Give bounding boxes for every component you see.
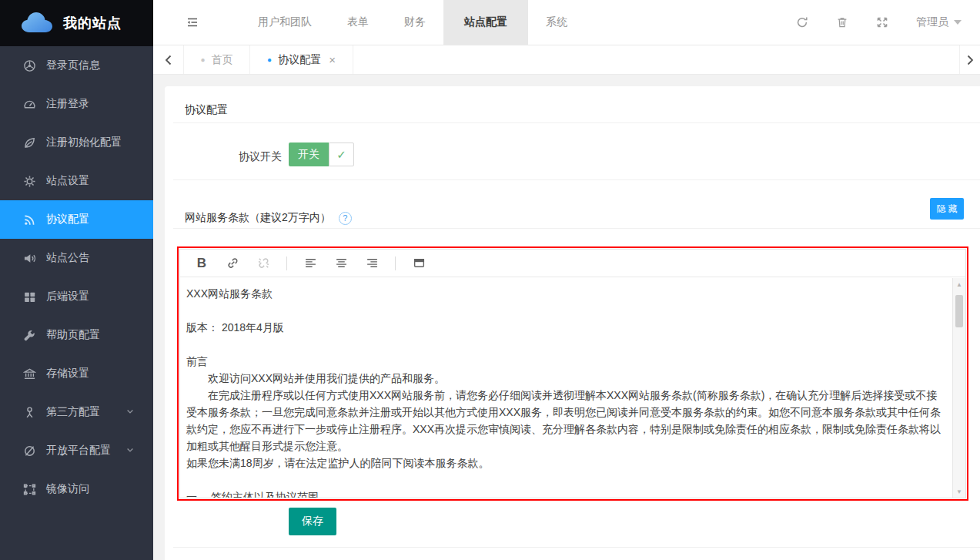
agreement-toggle[interactable]: 开关 ✓ xyxy=(289,143,354,166)
divider xyxy=(173,122,980,123)
logo[interactable]: 我的站点 xyxy=(0,0,153,46)
tab-dot-icon: ● xyxy=(200,56,205,64)
selection-frame-icon xyxy=(23,483,36,496)
sidebar-item-open-platform-config[interactable]: 开放平台配置 xyxy=(0,431,153,470)
user-name: 管理员 xyxy=(916,15,948,29)
align-right-button[interactable] xyxy=(356,253,387,273)
bank-icon xyxy=(23,367,36,381)
switch-label: 协议开关 xyxy=(239,150,282,164)
align-center-button[interactable] xyxy=(326,253,356,273)
editor-line xyxy=(186,302,948,319)
annotation-highlight-box: B XXX网站服务条款 版本： 2018年4月版 xyxy=(177,246,968,501)
help-question-icon[interactable]: ? xyxy=(339,212,352,225)
fullscreen-editor-button[interactable] xyxy=(403,253,434,273)
sidebar-item-backend-settings[interactable]: 后端设置 xyxy=(0,277,153,316)
top-navbar: 用户和团队 表单 财务 站点配置 系统 管理员 xyxy=(153,0,980,45)
scroll-down-icon[interactable]: ▼ xyxy=(953,485,965,498)
chevron-down-icon xyxy=(125,444,135,457)
editor-toolbar: B xyxy=(180,250,965,277)
sidebar-item-login-page-info[interactable]: 登录页信息 xyxy=(0,46,153,85)
editor-line: XXX网站服务条款 xyxy=(186,285,948,302)
pen-leaf-icon xyxy=(23,136,36,149)
sidebar-item-label: 帮助页配置 xyxy=(46,328,100,342)
divider xyxy=(173,228,980,229)
refresh-icon[interactable] xyxy=(796,16,808,29)
sidebar-item-register-init-config[interactable]: 注册初始化配置 xyxy=(0,123,153,162)
toolbar-separator xyxy=(395,257,396,270)
sidebar-item-label: 登录页信息 xyxy=(46,59,100,72)
sidebar-item-third-party-config[interactable]: 第三方配置 xyxy=(0,393,153,431)
rich-text-editor: B XXX网站服务条款 版本： 2018年4月版 xyxy=(179,249,966,498)
speaker-icon xyxy=(23,252,36,265)
sidebar-item-label: 站点公告 xyxy=(46,251,89,265)
tab-label: 首页 xyxy=(212,53,233,67)
nav-item-forms[interactable]: 表单 xyxy=(329,0,386,45)
sidebar-item-site-settings[interactable]: 站点设置 xyxy=(0,162,153,200)
collapse-sidebar-icon[interactable] xyxy=(186,16,199,29)
editor-line xyxy=(186,336,948,353)
editor-content[interactable]: XXX网站服务条款 版本： 2018年4月版 前言 欢迎访问XXX网站并使用我们… xyxy=(180,278,952,498)
gear-icon xyxy=(23,175,36,188)
login-page-info-icon xyxy=(23,59,36,72)
scrollbar-thumb[interactable] xyxy=(955,295,963,327)
sidebar-item-register-login[interactable]: 注册登录 xyxy=(0,85,153,123)
tab-agreement-config[interactable]: ● 协议配置 × xyxy=(250,45,353,74)
sidebar-item-label: 协议配置 xyxy=(46,213,89,226)
tab-home[interactable]: ● 首页 xyxy=(184,45,250,74)
editor-line: 前言 xyxy=(186,353,948,370)
gauge-icon xyxy=(23,98,36,111)
editor-line: 在完成注册程序或以任何方式使用XXX网站服务前，请您务必仔细阅读并透彻理解本XX… xyxy=(186,387,948,454)
page-title: 协议配置 xyxy=(185,103,228,117)
rss-icon xyxy=(23,213,36,226)
tabs-scroll-left[interactable] xyxy=(153,45,184,74)
terms-section-label: 网站服务条款（建议2万字内） ? xyxy=(185,211,352,225)
app-title: 我的站点 xyxy=(63,14,122,32)
sidebar-item-help-page-config[interactable]: 帮助页配置 xyxy=(0,316,153,354)
save-button[interactable]: 保存 xyxy=(289,508,336,535)
nav-item-finance[interactable]: 财务 xyxy=(386,0,443,45)
chevron-down-icon xyxy=(125,406,135,418)
check-icon: ✓ xyxy=(329,143,354,166)
sidebar-item-mirror-access[interactable]: 镜像访问 xyxy=(0,470,153,508)
sidebar-item-label: 第三方配置 xyxy=(46,405,100,419)
sidebar-item-label: 站点设置 xyxy=(46,174,89,188)
scroll-up-icon[interactable]: ▲ xyxy=(953,278,965,290)
nav-item-site-config[interactable]: 站点配置 xyxy=(443,0,528,45)
nav-right-tools: 管理员 xyxy=(796,0,980,45)
link-button[interactable] xyxy=(217,253,248,273)
bold-button[interactable]: B xyxy=(186,253,217,273)
tab-label: 协议配置 xyxy=(278,53,321,67)
sidebar-item-label: 注册登录 xyxy=(46,97,89,111)
wrench-icon xyxy=(23,329,36,342)
tabs-scroll-right[interactable] xyxy=(959,45,980,74)
editor-line: 如果您未满18周岁，请在法定监护人的陪同下阅读本服务条款。 xyxy=(186,454,948,471)
sidebar-item-storage-settings[interactable]: 存储设置 xyxy=(0,354,153,393)
grid-icon xyxy=(23,290,36,303)
person-icon xyxy=(23,406,36,419)
editor-scrollbar[interactable]: ▲ ▼ xyxy=(952,278,965,498)
tab-dot-icon: ● xyxy=(267,56,272,64)
fullscreen-icon[interactable] xyxy=(876,16,888,29)
tab-bar: ● 首页 ● 协议配置 × xyxy=(153,45,980,75)
sidebar-item-agreement-config[interactable]: 协议配置 xyxy=(0,200,153,239)
align-left-button[interactable] xyxy=(295,253,326,273)
trash-icon[interactable] xyxy=(836,16,848,29)
unlink-button[interactable] xyxy=(248,253,279,273)
nav-item-system[interactable]: 系统 xyxy=(528,0,585,45)
main-content: 协议配置 协议开关 开关 ✓ 网站服务条款（建议2万字内） ? 隐藏 B xyxy=(153,75,980,560)
editor-line: 版本： 2018年4月版 xyxy=(186,319,948,336)
tab-close-icon[interactable]: × xyxy=(329,53,336,66)
cloud-logo-icon xyxy=(20,11,54,35)
editor-line: 一、 签约主体以及协议范围 xyxy=(186,488,948,498)
agreement-config-card: 协议配置 协议开关 开关 ✓ 网站服务条款（建议2万字内） ? 隐藏 B xyxy=(165,86,980,560)
hide-button[interactable]: 隐藏 xyxy=(930,198,964,220)
editor-line: 欢迎访问XXX网站并使用我们提供的产品和服务。 xyxy=(186,370,948,387)
toolbar-separator xyxy=(286,257,287,270)
user-menu[interactable]: 管理员 xyxy=(916,15,962,29)
sidebar-item-label: 开放平台配置 xyxy=(46,444,111,458)
nav-item-users-teams[interactable]: 用户和团队 xyxy=(240,0,329,45)
editor-line xyxy=(186,471,948,488)
sidebar: 我的站点 登录页信息 注册登录 注册初始化配置 站点设置 协议配置 站点公告 xyxy=(0,0,153,560)
app-window: 我的站点 登录页信息 注册登录 注册初始化配置 站点设置 协议配置 站点公告 xyxy=(0,0,980,560)
sidebar-item-site-announcement[interactable]: 站点公告 xyxy=(0,239,153,277)
